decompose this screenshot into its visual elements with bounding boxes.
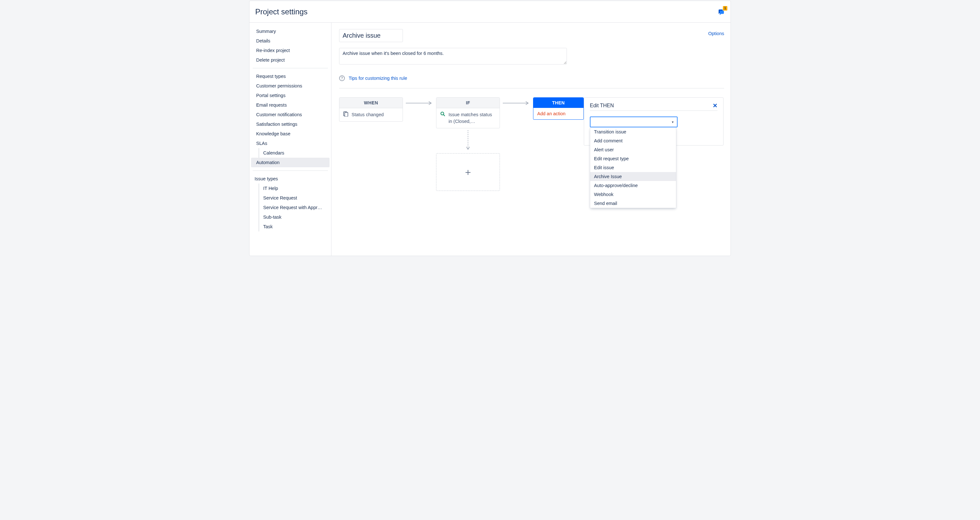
sidebar-item-request-types[interactable]: Request types xyxy=(251,72,329,81)
action-dropdown: Transition issueAdd commentAlert userEdi… xyxy=(590,128,676,208)
when-card[interactable]: WHEN Status changed xyxy=(339,97,403,121)
sidebar-item-customer-permissions[interactable]: Customer permissions xyxy=(251,81,329,91)
sidebar-item-summary[interactable]: Summary xyxy=(251,27,329,36)
dropdown-option[interactable]: Archive Issue xyxy=(590,172,676,181)
help-icon: ? xyxy=(339,75,345,81)
when-text: Status changed xyxy=(352,112,399,118)
if-body: Issue matches status in (Closed,… xyxy=(436,108,500,128)
chevron-down-icon: ▾ xyxy=(672,120,674,124)
edit-then-panel: Edit THEN ✕ ▾ Transition issueAdd commen… xyxy=(584,97,724,145)
dropdown-option[interactable]: Auto-approve/decline xyxy=(590,181,676,190)
edit-panel-title: Edit THEN xyxy=(590,103,614,108)
tips-row: ? Tips for customizing this rule xyxy=(339,75,724,81)
sidebar-separator xyxy=(253,171,328,171)
rule-top-row: Archive issue Options xyxy=(339,29,724,42)
sidebar-group-1: Summary Details Re-index project Delete … xyxy=(250,27,331,67)
dropdown-option[interactable]: Edit issue xyxy=(590,163,676,172)
rule-name-input[interactable]: Archive issue xyxy=(339,29,403,42)
if-header: IF xyxy=(436,98,500,108)
page-title: Project settings xyxy=(255,7,307,16)
dropdown-option[interactable]: Alert user xyxy=(590,145,676,154)
close-icon[interactable]: ✕ xyxy=(713,103,718,108)
sidebar-item-slas[interactable]: SLAs xyxy=(251,139,329,148)
if-card[interactable]: IF Issue matches status in (Closed,… xyxy=(436,97,500,128)
search-icon xyxy=(440,112,445,116)
options-link[interactable]: Options xyxy=(708,29,724,36)
sidebar-item-service-request-approval[interactable]: Service Request with Appr… xyxy=(251,203,329,212)
sidebar-item-delete[interactable]: Delete project xyxy=(251,55,329,65)
svg-rect-1 xyxy=(345,112,348,116)
sidebar-group-3: Issue types IT Help Service Request Serv… xyxy=(250,174,331,234)
arrow-icon xyxy=(403,97,436,109)
sidebar-item-calendars[interactable]: Calendars xyxy=(251,148,329,158)
divider xyxy=(339,88,724,88)
dropdown-option[interactable]: Send email xyxy=(590,199,676,208)
dropdown-option[interactable]: Transition issue xyxy=(590,128,676,136)
svg-line-4 xyxy=(444,115,445,116)
app-window: Project settings 1 Summary Details Re-in… xyxy=(249,1,731,256)
sidebar-item-knowledge-base[interactable]: Knowledge base xyxy=(251,129,329,139)
dropdown-option[interactable]: Webhook xyxy=(590,190,676,199)
add-condition-box[interactable]: ＋ xyxy=(436,153,500,191)
rule-description-input[interactable]: Archive issue when it's been closed for … xyxy=(339,48,567,64)
sidebar-item-customer-notifications[interactable]: Customer notifications xyxy=(251,110,329,120)
when-header: WHEN xyxy=(339,98,402,108)
titlebar: Project settings 1 xyxy=(250,1,730,23)
sidebar-item-subtask[interactable]: Sub-task xyxy=(251,212,329,222)
edit-panel-header: Edit THEN ✕ xyxy=(590,103,718,111)
sidebar-group-2: Request types Customer permissions Porta… xyxy=(250,72,331,170)
sidebar-item-automation[interactable]: Automation xyxy=(251,158,329,167)
automation-flow: WHEN Status changed IF Issue m xyxy=(339,97,724,191)
body: Summary Details Re-index project Delete … xyxy=(250,23,730,256)
sidebar-item-reindex[interactable]: Re-index project xyxy=(251,46,329,55)
sidebar-item-task[interactable]: Task xyxy=(251,222,329,231)
sidebar-heading-issue-types: Issue types xyxy=(250,174,331,183)
action-select-wrap: ▾ Transition issueAdd commentAlert userE… xyxy=(590,116,718,128)
if-column: IF Issue matches status in (Closed,… ＋ xyxy=(436,97,500,191)
sidebar-item-portal-settings[interactable]: Portal settings xyxy=(251,91,329,100)
then-text: Add an action xyxy=(533,108,584,120)
dropdown-option[interactable]: Add comment xyxy=(590,136,676,145)
tips-link[interactable]: Tips for customizing this rule xyxy=(349,76,407,81)
sidebar-item-it-help[interactable]: IT Help xyxy=(251,183,329,193)
main-content: Archive issue Options Archive issue when… xyxy=(331,23,730,256)
when-body: Status changed xyxy=(339,108,402,121)
sidebar-item-satisfaction[interactable]: Satisfaction settings xyxy=(251,120,329,129)
if-text: Issue matches status in (Closed,… xyxy=(449,112,496,125)
plus-icon: ＋ xyxy=(463,166,473,179)
status-icon xyxy=(343,112,348,116)
dropdown-option[interactable]: Edit request type xyxy=(590,154,676,163)
arrow-icon xyxy=(500,97,533,109)
then-header: THEN xyxy=(533,98,584,108)
action-select[interactable]: ▾ xyxy=(590,116,678,128)
sidebar-item-email-requests[interactable]: Email requests xyxy=(251,100,329,110)
feedback-badge: 1 xyxy=(723,6,727,11)
sidebar: Summary Details Re-index project Delete … xyxy=(250,23,331,256)
sidebar-item-service-request[interactable]: Service Request xyxy=(251,193,329,203)
then-card[interactable]: THEN Add an action xyxy=(533,97,584,120)
down-arrow-icon xyxy=(466,128,470,153)
feedback-button[interactable]: 1 xyxy=(717,8,725,16)
sidebar-item-details[interactable]: Details xyxy=(251,36,329,46)
